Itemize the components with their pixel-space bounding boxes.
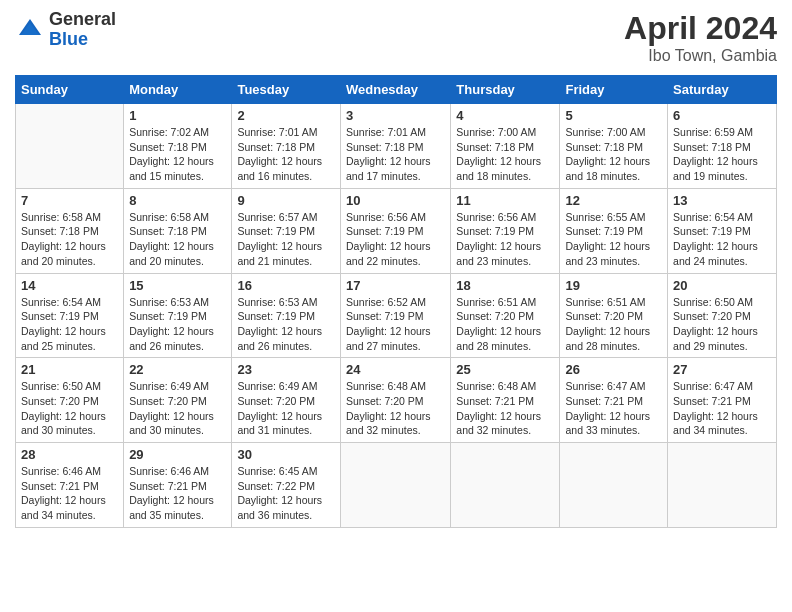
sunrise-text: Sunrise: 6:46 AM <box>129 464 226 479</box>
week-row-3: 21Sunrise: 6:50 AMSunset: 7:20 PMDayligh… <box>16 358 777 443</box>
day-number: 1 <box>129 108 226 123</box>
day-info: Sunrise: 7:01 AMSunset: 7:18 PMDaylight:… <box>237 125 335 184</box>
day-number: 15 <box>129 278 226 293</box>
calendar-cell: 23Sunrise: 6:49 AMSunset: 7:20 PMDayligh… <box>232 358 341 443</box>
day-info: Sunrise: 6:58 AMSunset: 7:18 PMDaylight:… <box>129 210 226 269</box>
sunset-text: Sunset: 7:19 PM <box>237 224 335 239</box>
month-title: April 2024 <box>624 10 777 47</box>
sunset-text: Sunset: 7:18 PM <box>21 224 118 239</box>
location-title: Ibo Town, Gambia <box>624 47 777 65</box>
sunrise-text: Sunrise: 6:56 AM <box>456 210 554 225</box>
calendar-cell: 19Sunrise: 6:51 AMSunset: 7:20 PMDayligh… <box>560 273 668 358</box>
header-monday: Monday <box>124 76 232 104</box>
sunrise-text: Sunrise: 6:51 AM <box>565 295 662 310</box>
daylight-text: Daylight: 12 hours and 18 minutes. <box>456 154 554 183</box>
day-number: 24 <box>346 362 445 377</box>
day-number: 18 <box>456 278 554 293</box>
daylight-text: Daylight: 12 hours and 21 minutes. <box>237 239 335 268</box>
sunset-text: Sunset: 7:19 PM <box>237 309 335 324</box>
week-row-1: 7Sunrise: 6:58 AMSunset: 7:18 PMDaylight… <box>16 188 777 273</box>
sunset-text: Sunset: 7:19 PM <box>129 309 226 324</box>
daylight-text: Daylight: 12 hours and 25 minutes. <box>21 324 118 353</box>
daylight-text: Daylight: 12 hours and 24 minutes. <box>673 239 771 268</box>
calendar-cell: 24Sunrise: 6:48 AMSunset: 7:20 PMDayligh… <box>340 358 450 443</box>
day-info: Sunrise: 6:54 AMSunset: 7:19 PMDaylight:… <box>673 210 771 269</box>
day-number: 30 <box>237 447 335 462</box>
sunset-text: Sunset: 7:18 PM <box>129 140 226 155</box>
sunrise-text: Sunrise: 6:57 AM <box>237 210 335 225</box>
sunrise-text: Sunrise: 6:47 AM <box>565 379 662 394</box>
calendar-cell: 30Sunrise: 6:45 AMSunset: 7:22 PMDayligh… <box>232 443 341 528</box>
calendar-cell: 28Sunrise: 6:46 AMSunset: 7:21 PMDayligh… <box>16 443 124 528</box>
sunset-text: Sunset: 7:20 PM <box>21 394 118 409</box>
calendar-cell: 8Sunrise: 6:58 AMSunset: 7:18 PMDaylight… <box>124 188 232 273</box>
day-info: Sunrise: 6:46 AMSunset: 7:21 PMDaylight:… <box>21 464 118 523</box>
day-number: 25 <box>456 362 554 377</box>
sunrise-text: Sunrise: 6:56 AM <box>346 210 445 225</box>
day-info: Sunrise: 7:00 AMSunset: 7:18 PMDaylight:… <box>565 125 662 184</box>
daylight-text: Daylight: 12 hours and 22 minutes. <box>346 239 445 268</box>
day-number: 19 <box>565 278 662 293</box>
day-number: 16 <box>237 278 335 293</box>
day-number: 23 <box>237 362 335 377</box>
header-wednesday: Wednesday <box>340 76 450 104</box>
daylight-text: Daylight: 12 hours and 26 minutes. <box>129 324 226 353</box>
sunset-text: Sunset: 7:21 PM <box>456 394 554 409</box>
logo-blue: Blue <box>49 30 116 50</box>
day-info: Sunrise: 6:58 AMSunset: 7:18 PMDaylight:… <box>21 210 118 269</box>
calendar-cell: 6Sunrise: 6:59 AMSunset: 7:18 PMDaylight… <box>668 104 777 189</box>
sunrise-text: Sunrise: 6:58 AM <box>21 210 118 225</box>
calendar-table: Sunday Monday Tuesday Wednesday Thursday… <box>15 75 777 528</box>
daylight-text: Daylight: 12 hours and 15 minutes. <box>129 154 226 183</box>
sunset-text: Sunset: 7:21 PM <box>565 394 662 409</box>
sunset-text: Sunset: 7:20 PM <box>129 394 226 409</box>
day-number: 2 <box>237 108 335 123</box>
sunset-text: Sunset: 7:20 PM <box>673 309 771 324</box>
sunset-text: Sunset: 7:19 PM <box>456 224 554 239</box>
sunrise-text: Sunrise: 6:49 AM <box>129 379 226 394</box>
sunset-text: Sunset: 7:21 PM <box>129 479 226 494</box>
days-header-row: Sunday Monday Tuesday Wednesday Thursday… <box>16 76 777 104</box>
sunset-text: Sunset: 7:19 PM <box>21 309 118 324</box>
daylight-text: Daylight: 12 hours and 17 minutes. <box>346 154 445 183</box>
sunrise-text: Sunrise: 6:58 AM <box>129 210 226 225</box>
sunset-text: Sunset: 7:18 PM <box>346 140 445 155</box>
calendar-cell: 11Sunrise: 6:56 AMSunset: 7:19 PMDayligh… <box>451 188 560 273</box>
calendar-cell: 13Sunrise: 6:54 AMSunset: 7:19 PMDayligh… <box>668 188 777 273</box>
daylight-text: Daylight: 12 hours and 23 minutes. <box>456 239 554 268</box>
sunset-text: Sunset: 7:19 PM <box>565 224 662 239</box>
calendar-cell: 14Sunrise: 6:54 AMSunset: 7:19 PMDayligh… <box>16 273 124 358</box>
sunset-text: Sunset: 7:21 PM <box>673 394 771 409</box>
daylight-text: Daylight: 12 hours and 16 minutes. <box>237 154 335 183</box>
calendar-cell: 3Sunrise: 7:01 AMSunset: 7:18 PMDaylight… <box>340 104 450 189</box>
daylight-text: Daylight: 12 hours and 35 minutes. <box>129 493 226 522</box>
day-number: 26 <box>565 362 662 377</box>
title-area: April 2024 Ibo Town, Gambia <box>624 10 777 65</box>
week-row-2: 14Sunrise: 6:54 AMSunset: 7:19 PMDayligh… <box>16 273 777 358</box>
day-info: Sunrise: 6:47 AMSunset: 7:21 PMDaylight:… <box>565 379 662 438</box>
sunrise-text: Sunrise: 6:59 AM <box>673 125 771 140</box>
sunset-text: Sunset: 7:21 PM <box>21 479 118 494</box>
day-info: Sunrise: 6:51 AMSunset: 7:20 PMDaylight:… <box>565 295 662 354</box>
calendar-cell: 18Sunrise: 6:51 AMSunset: 7:20 PMDayligh… <box>451 273 560 358</box>
calendar-cell: 25Sunrise: 6:48 AMSunset: 7:21 PMDayligh… <box>451 358 560 443</box>
daylight-text: Daylight: 12 hours and 28 minutes. <box>565 324 662 353</box>
calendar-cell <box>16 104 124 189</box>
calendar-cell: 21Sunrise: 6:50 AMSunset: 7:20 PMDayligh… <box>16 358 124 443</box>
day-info: Sunrise: 6:56 AMSunset: 7:19 PMDaylight:… <box>456 210 554 269</box>
calendar-cell: 26Sunrise: 6:47 AMSunset: 7:21 PMDayligh… <box>560 358 668 443</box>
sunrise-text: Sunrise: 6:48 AM <box>456 379 554 394</box>
logo-general: General <box>49 10 116 30</box>
header-thursday: Thursday <box>451 76 560 104</box>
daylight-text: Daylight: 12 hours and 31 minutes. <box>237 409 335 438</box>
daylight-text: Daylight: 12 hours and 34 minutes. <box>21 493 118 522</box>
sunrise-text: Sunrise: 6:48 AM <box>346 379 445 394</box>
day-number: 17 <box>346 278 445 293</box>
sunset-text: Sunset: 7:22 PM <box>237 479 335 494</box>
day-number: 7 <box>21 193 118 208</box>
calendar-cell: 16Sunrise: 6:53 AMSunset: 7:19 PMDayligh… <box>232 273 341 358</box>
daylight-text: Daylight: 12 hours and 33 minutes. <box>565 409 662 438</box>
day-info: Sunrise: 6:57 AMSunset: 7:19 PMDaylight:… <box>237 210 335 269</box>
calendar-cell: 5Sunrise: 7:00 AMSunset: 7:18 PMDaylight… <box>560 104 668 189</box>
sunrise-text: Sunrise: 6:53 AM <box>129 295 226 310</box>
